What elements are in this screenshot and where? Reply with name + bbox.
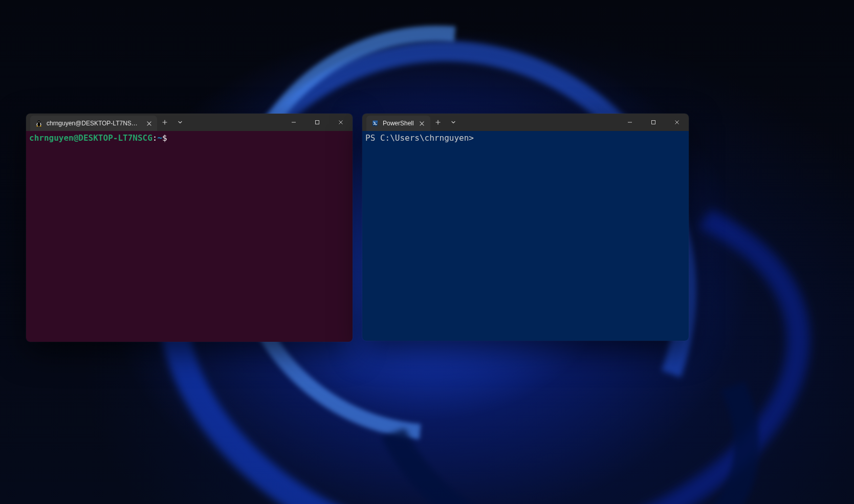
titlebar-drag-region[interactable] — [188, 114, 282, 131]
prompt-symbol: $ — [162, 133, 167, 143]
svg-rect-10 — [652, 121, 655, 124]
tab-title: PowerShell — [383, 120, 414, 127]
close-icon — [338, 120, 343, 125]
tab-title: chrnguyen@DESKTOP-LT7NSCG: ~ — [47, 120, 141, 127]
plus-icon — [435, 120, 441, 125]
desktop-background: chrnguyen@DESKTOP-LT7NSCG: ~ — [0, 0, 854, 504]
chevron-down-icon — [451, 120, 456, 125]
terminal-content[interactable]: PS C:\Users\chrnguyen> — [362, 131, 689, 341]
tux-icon — [35, 120, 42, 127]
minimize-button[interactable] — [618, 114, 642, 131]
titlebar[interactable]: chrnguyen@DESKTOP-LT7NSCG: ~ — [26, 114, 353, 131]
terminal-window-powershell[interactable]: PowerShell — [362, 114, 689, 341]
minimize-icon — [291, 120, 296, 125]
close-window-button[interactable] — [665, 114, 689, 131]
prompt: PS C:\Users\chrnguyen> — [365, 133, 474, 143]
close-icon — [147, 121, 151, 126]
prompt-user-host: chrnguyen@DESKTOP-LT7NSCG — [29, 133, 152, 143]
maximize-button[interactable] — [305, 114, 329, 131]
terminal-window-ubuntu[interactable]: chrnguyen@DESKTOP-LT7NSCG: ~ — [26, 114, 353, 342]
svg-point-5 — [38, 122, 39, 122]
plus-icon — [162, 120, 167, 125]
minimize-button[interactable] — [282, 114, 305, 131]
maximize-button[interactable] — [642, 114, 665, 131]
tab-ubuntu[interactable]: chrnguyen@DESKTOP-LT7NSCG: ~ — [30, 116, 157, 131]
new-tab-button[interactable] — [157, 114, 172, 131]
tab-powershell[interactable]: PowerShell — [366, 116, 430, 131]
tab-close-button[interactable] — [418, 119, 426, 127]
maximize-icon — [315, 120, 320, 125]
tab-dropdown-button[interactable] — [446, 114, 461, 131]
svg-point-6 — [39, 122, 40, 122]
close-window-button[interactable] — [329, 114, 353, 131]
close-icon — [674, 120, 680, 125]
chevron-down-icon — [178, 120, 183, 125]
powershell-icon — [371, 120, 379, 127]
svg-point-7 — [36, 125, 38, 126]
minimize-icon — [627, 120, 632, 125]
titlebar-drag-region[interactable] — [461, 114, 618, 131]
new-tab-button[interactable] — [430, 114, 446, 131]
svg-point-8 — [39, 125, 41, 126]
tab-dropdown-button[interactable] — [172, 114, 188, 131]
svg-rect-9 — [316, 121, 319, 124]
terminal-content[interactable]: chrnguyen@DESKTOP-LT7NSCG:~$ — [26, 131, 353, 342]
prompt-path: ~ — [157, 133, 162, 143]
tab-close-button[interactable] — [145, 119, 153, 127]
titlebar[interactable]: PowerShell — [362, 114, 689, 131]
close-icon — [420, 121, 424, 126]
maximize-icon — [651, 120, 656, 125]
